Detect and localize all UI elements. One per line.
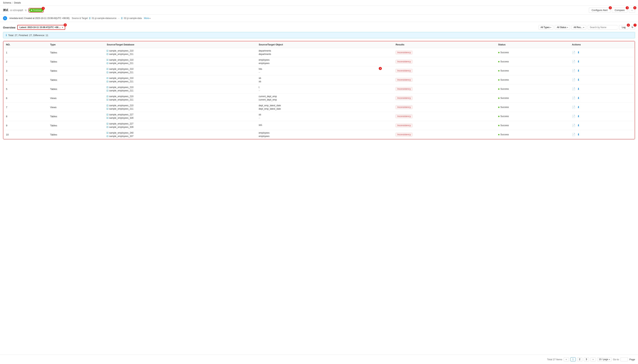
download-icon[interactable]: ⬇ bbox=[577, 124, 580, 127]
cell-actions: 📄 ⬇ bbox=[569, 48, 635, 57]
target-db-sq-icon bbox=[107, 72, 108, 73]
status-dot-icon bbox=[498, 70, 499, 72]
result-badge[interactable]: Inconsistency bbox=[396, 114, 412, 118]
result-badge[interactable]: Inconsistency bbox=[396, 105, 412, 109]
all-res-filter[interactable]: All Res... ▾ bbox=[571, 25, 586, 30]
result-badge[interactable]: Inconsistency bbox=[396, 96, 412, 100]
page-3-button[interactable]: 3 bbox=[584, 357, 589, 362]
target-db-sq-icon bbox=[107, 81, 108, 82]
time-select[interactable]: Latest: 2023-10-11 15:08:47(UTC +08:... … bbox=[17, 25, 65, 30]
header-row: 测试 cc-s2crujsip5 ⧉ Finished 1 Configure … bbox=[0, 6, 638, 15]
result-badge[interactable]: Inconsistency bbox=[396, 124, 412, 127]
view-detail-icon[interactable]: 📄 bbox=[572, 60, 575, 63]
col-source-target-obj: Source/Target Object bbox=[256, 41, 393, 48]
download-icon[interactable]: ⬇ bbox=[577, 78, 580, 82]
table-body: 1 Tables sample_employees_210 sample_emp… bbox=[3, 48, 635, 139]
cell-type: Tables bbox=[48, 84, 104, 94]
status-dot-icon bbox=[498, 52, 499, 53]
cell-actions: 📄 ⬇ bbox=[569, 130, 635, 139]
col-no: NO. bbox=[3, 41, 48, 48]
target-obj-label: dept_emp_latest_date bbox=[259, 108, 390, 110]
target-obj-label: departments bbox=[259, 53, 390, 56]
cell-objects: sb1 bbox=[256, 121, 393, 130]
cell-type: Tables bbox=[48, 48, 104, 57]
status-dot-icon bbox=[498, 61, 499, 62]
cell-no: 8 bbox=[3, 112, 48, 121]
page-size-select[interactable]: 10 / page ▾ bbox=[597, 357, 611, 362]
view-detail-icon[interactable]: 📄 bbox=[572, 124, 575, 127]
source-db-label: sample_employees_210 bbox=[109, 77, 133, 80]
cell-status: Success bbox=[495, 75, 569, 84]
view-detail-icon[interactable]: 📄 bbox=[572, 87, 575, 91]
table-row: 1 Tables sample_employees_210 sample_emp… bbox=[3, 48, 635, 57]
compare-button[interactable]: Compare 3 bbox=[612, 8, 627, 13]
download-icon[interactable]: ⬇ bbox=[577, 51, 580, 54]
breadcrumb: Schema / Details bbox=[0, 0, 638, 6]
result-badge[interactable]: Inconsistency bbox=[396, 133, 412, 136]
page-2-button[interactable]: 2 bbox=[577, 357, 582, 362]
search-input[interactable] bbox=[590, 26, 618, 29]
download-icon[interactable]: ⬇ bbox=[577, 60, 580, 63]
download-icon[interactable]: ⬇ bbox=[577, 96, 580, 100]
copy-icon[interactable]: ⧉ bbox=[25, 9, 27, 12]
more-link[interactable]: More ▾ bbox=[144, 17, 150, 20]
result-badge[interactable]: Inconsistency bbox=[396, 69, 412, 72]
view-detail-icon[interactable]: 📄 bbox=[572, 133, 575, 136]
download-icon[interactable]: ⬇ bbox=[577, 69, 580, 72]
download-icon[interactable]: ⬇ bbox=[577, 133, 580, 136]
view-detail-icon[interactable]: 📄 bbox=[572, 78, 575, 82]
page: Schema / Details 测试 cc-s2crujsip5 ⧉ Fini… bbox=[0, 0, 638, 364]
source-obj-label: sb bbox=[259, 77, 390, 80]
source-target-info: Source & Target 🗄 01-jz-sample-datasourc… bbox=[72, 17, 142, 20]
target-obj-label: – bbox=[259, 71, 390, 74]
target-db-label: sample_employees_328 bbox=[109, 117, 133, 119]
cell-objects: sb sb bbox=[256, 75, 393, 84]
download-icon[interactable]: ⬇ bbox=[577, 106, 580, 109]
cell-status: Success bbox=[495, 103, 569, 112]
result-badge[interactable]: Inconsistency bbox=[396, 78, 412, 82]
cell-type: Views bbox=[48, 94, 104, 103]
cell-type: Tables bbox=[48, 75, 104, 84]
download-icon[interactable]: ⬇ bbox=[577, 115, 580, 118]
download-icon[interactable]: ⬇ bbox=[577, 87, 580, 91]
summary-banner: ℹ Total: 27, Finished: 27, Difference: 1… bbox=[3, 32, 635, 38]
result-badge[interactable]: Inconsistency bbox=[396, 60, 412, 64]
username: ninedata-test1 bbox=[9, 17, 24, 20]
cell-result: Inconsistency bbox=[393, 94, 495, 103]
source-db-label: sample_employees_210 bbox=[109, 95, 133, 98]
target-db-label: sample_employees_211 bbox=[109, 108, 133, 110]
configure-alert-button[interactable]: Configure Alert 2 bbox=[589, 8, 610, 13]
results-table: NO. Type Source/Target Database Source/T… bbox=[3, 41, 635, 139]
goto-input[interactable] bbox=[620, 357, 628, 362]
target-db-sq-icon bbox=[107, 90, 108, 91]
cell-databases: sample_employees_210 sample_employees_21… bbox=[104, 48, 256, 57]
table-head: NO. Type Source/Target Database Source/T… bbox=[3, 41, 635, 48]
status-dot-icon bbox=[498, 88, 499, 90]
cell-type: Tables bbox=[48, 121, 104, 130]
breadcrumb-parent[interactable]: Schema bbox=[3, 2, 11, 4]
view-detail-icon[interactable]: 📄 bbox=[572, 96, 575, 100]
page-1-button[interactable]: 1 bbox=[570, 357, 576, 362]
all-types-filter[interactable]: All Types ▾ bbox=[538, 25, 553, 30]
cell-no: 5 bbox=[3, 84, 48, 94]
result-badge[interactable]: Inconsistency bbox=[396, 87, 412, 91]
configure-alert-badge: 2 bbox=[609, 6, 612, 9]
prev-page-button[interactable]: ‹ bbox=[564, 357, 569, 362]
result-badge[interactable]: Inconsistency bbox=[396, 50, 412, 54]
view-detail-icon[interactable]: 📄 bbox=[572, 106, 575, 109]
view-detail-icon[interactable]: 📄 bbox=[572, 51, 575, 54]
more-caret-icon: ▾ bbox=[150, 17, 151, 19]
cell-status: Success bbox=[495, 121, 569, 130]
col-results: Results bbox=[393, 41, 495, 48]
status-dot bbox=[31, 10, 32, 11]
next-page-button[interactable]: › bbox=[590, 357, 596, 362]
search-box: 🔍 bbox=[588, 25, 617, 30]
view-detail-icon[interactable]: 📄 bbox=[572, 115, 575, 118]
all-status-filter[interactable]: All Status ▾ bbox=[555, 25, 570, 30]
source-obj-label: employees bbox=[259, 58, 390, 61]
target-db-sq-icon bbox=[107, 108, 108, 110]
status-dot-icon bbox=[498, 125, 499, 126]
view-detail-icon[interactable]: 📄 bbox=[572, 69, 575, 72]
more-button[interactable]: ··· 4 bbox=[629, 8, 635, 13]
time-select-badge: 9 bbox=[64, 24, 67, 26]
